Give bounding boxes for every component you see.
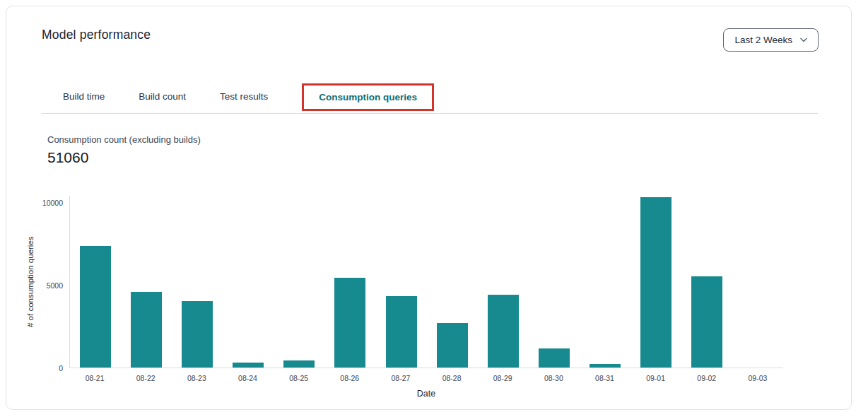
y-tick-label-5000: 5000 <box>47 282 63 290</box>
bar-08-27 <box>386 296 417 368</box>
y-axis-title: # of consumption queries <box>23 196 37 368</box>
bar-08-30 <box>539 348 570 368</box>
bar-slot-09-01 <box>631 196 681 368</box>
bar-slot-08-24 <box>223 196 274 368</box>
bar-slot-08-28 <box>427 196 478 368</box>
bar-09-01 <box>640 197 671 368</box>
metric-value: 51060 <box>47 149 851 166</box>
bar-08-31 <box>590 364 621 368</box>
y-axis-ticks: 0500010000 <box>37 196 69 368</box>
bar-slot-08-29 <box>478 196 529 368</box>
x-tick-label-08-28: 08-28 <box>426 374 477 382</box>
tab-bar: Build time Build count Test results Cons… <box>42 80 818 114</box>
chevron-down-icon <box>800 37 807 42</box>
bar-slot-08-31 <box>580 196 631 368</box>
bar-slot-08-25 <box>274 196 324 368</box>
plot-area <box>69 196 783 368</box>
tab-consumption-queries annotation-highlight-box[interactable]: Consumption queries <box>302 83 434 111</box>
bar-slot-08-30 <box>529 196 580 368</box>
bar-slot-08-27 <box>375 196 426 368</box>
model-performance-card: Model performance Last 2 Weeks Build tim… <box>6 6 852 410</box>
bar-08-24 <box>233 363 264 368</box>
time-range-selector[interactable]: Last 2 Weeks <box>723 28 819 52</box>
x-tick-label-08-27: 08-27 <box>375 374 426 382</box>
bar-slot-08-21 <box>70 196 121 368</box>
bar-08-25 <box>283 360 315 368</box>
bar-slot-09-02 <box>681 196 732 368</box>
bar-09-02 <box>691 276 722 368</box>
y-tick-label-0: 0 <box>59 365 63 372</box>
bar-slot-08-23 <box>172 196 223 368</box>
x-tick-label-08-26: 08-26 <box>324 374 375 382</box>
x-tick-label-09-03: 09-03 <box>732 374 783 382</box>
x-tick-label-09-01: 09-01 <box>631 374 681 382</box>
bar-slot-08-26 <box>324 196 375 368</box>
x-tick-label-08-30: 08-30 <box>528 374 579 382</box>
bar-08-29 <box>488 295 519 368</box>
x-tick-label-08-31: 08-31 <box>579 374 630 382</box>
x-tick-label-09-02: 09-02 <box>681 374 732 382</box>
x-tick-label-08-23: 08-23 <box>171 374 222 382</box>
page-title: Model performance <box>42 28 151 42</box>
bar-slot-09-03 <box>732 196 783 368</box>
x-tick-label-08-29: 08-29 <box>477 374 528 382</box>
tab-build-time[interactable]: Build time <box>63 91 105 102</box>
consumption-count-metric: Consumption count (excluding builds) 510… <box>47 134 851 166</box>
bar-slot-08-22 <box>121 196 172 368</box>
tab-test-results[interactable]: Test results <box>220 91 268 102</box>
y-tick-label-10000: 10000 <box>42 200 63 208</box>
card-header: Model performance Last 2 Weeks <box>6 6 851 52</box>
x-axis-labels: 08-2108-2208-2308-2408-2508-2608-2708-28… <box>69 374 783 382</box>
x-tick-label-08-24: 08-24 <box>222 374 273 382</box>
metric-label: Consumption count (excluding builds) <box>47 134 851 145</box>
x-tick-label-08-21: 08-21 <box>69 374 120 382</box>
x-tick-label-08-25: 08-25 <box>274 374 324 382</box>
bar-08-28 <box>437 323 468 368</box>
x-tick-label-08-22: 08-22 <box>120 374 171 382</box>
consumption-queries-chart: # of consumption queries 0500010000 08-2… <box>23 196 783 399</box>
bar-08-26 <box>334 278 365 368</box>
time-range-value: Last 2 Weeks <box>734 35 792 45</box>
x-axis-title: Date <box>69 389 783 399</box>
tab-build-count[interactable]: Build count <box>139 91 186 102</box>
bar-08-23 <box>182 301 213 368</box>
bar-08-21 <box>80 246 111 368</box>
bar-08-22 <box>131 292 162 368</box>
